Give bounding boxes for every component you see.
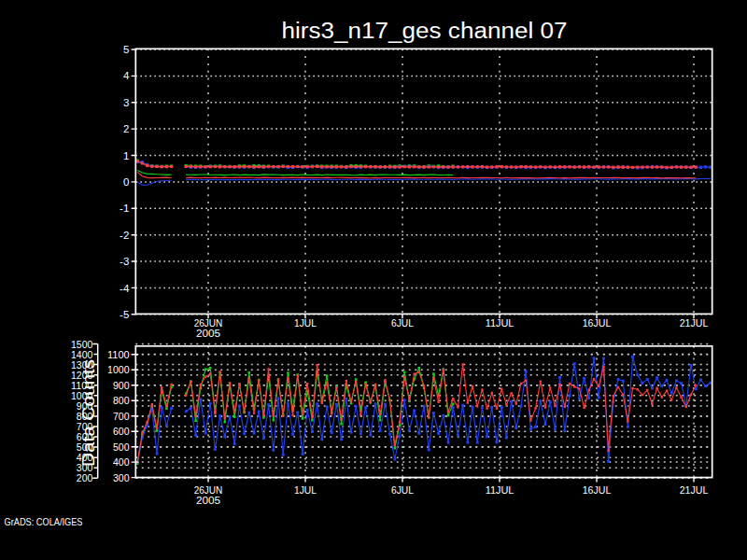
svg-text:11JUL: 11JUL bbox=[486, 484, 514, 496]
svg-text:hirs3_n17_ges channel 07: hirs3_n17_ges channel 07 bbox=[282, 19, 568, 43]
svg-text:Data Counts: Data Counts bbox=[79, 359, 98, 467]
svg-text:500: 500 bbox=[113, 441, 130, 453]
svg-text:-5: -5 bbox=[120, 309, 129, 320]
svg-text:-2: -2 bbox=[120, 230, 129, 241]
svg-text:5: 5 bbox=[123, 44, 129, 55]
svg-text:26JUN: 26JUN bbox=[194, 317, 223, 329]
svg-text:1JUL: 1JUL bbox=[294, 317, 317, 329]
svg-text:1400: 1400 bbox=[71, 349, 92, 360]
svg-text:2005: 2005 bbox=[196, 495, 220, 506]
svg-text:-1: -1 bbox=[120, 203, 129, 214]
svg-text:300: 300 bbox=[113, 472, 130, 483]
svg-text:6JUL: 6JUL bbox=[391, 484, 415, 496]
svg-text:2005: 2005 bbox=[196, 328, 220, 339]
svg-text:600: 600 bbox=[113, 426, 130, 437]
svg-text:16JUL: 16JUL bbox=[583, 317, 612, 329]
svg-text:800: 800 bbox=[113, 395, 130, 406]
svg-text:1: 1 bbox=[123, 150, 129, 161]
svg-text:1100: 1100 bbox=[107, 349, 129, 360]
svg-text:21JUL: 21JUL bbox=[680, 484, 709, 496]
svg-text:GrADS: COLA/IGES: GrADS: COLA/IGES bbox=[5, 516, 83, 527]
svg-text:900: 900 bbox=[113, 380, 130, 391]
svg-text:21JUL: 21JUL bbox=[680, 317, 709, 329]
svg-text:-4: -4 bbox=[120, 283, 130, 294]
svg-text:1JUL: 1JUL bbox=[294, 484, 317, 496]
svg-text:0: 0 bbox=[123, 176, 129, 188]
svg-text:26JUN: 26JUN bbox=[194, 484, 223, 496]
svg-text:11JUL: 11JUL bbox=[486, 317, 514, 329]
svg-text:-3: -3 bbox=[120, 256, 129, 267]
svg-text:1000: 1000 bbox=[107, 364, 129, 375]
svg-text:700: 700 bbox=[113, 411, 130, 422]
svg-text:4: 4 bbox=[123, 70, 130, 81]
svg-text:200: 200 bbox=[77, 472, 93, 483]
svg-text:400: 400 bbox=[113, 456, 130, 468]
svg-text:6JUL: 6JUL bbox=[391, 317, 415, 329]
svg-text:3: 3 bbox=[123, 97, 129, 108]
svg-text:1500: 1500 bbox=[71, 339, 92, 350]
svg-text:16JUL: 16JUL bbox=[583, 484, 612, 496]
svg-text:2: 2 bbox=[123, 123, 129, 134]
